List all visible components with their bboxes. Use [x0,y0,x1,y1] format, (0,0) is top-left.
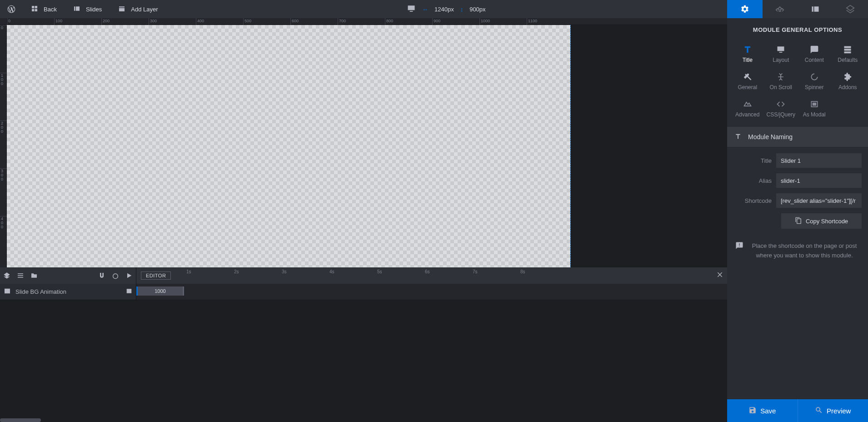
title-input[interactable] [776,153,862,168]
field-title: Title [733,153,862,168]
copy-icon [795,217,802,226]
add-layer-button[interactable]: Add Layer [110,0,166,18]
ruler-v-tick: 400 [1,217,5,229]
option-defaults[interactable]: Defaults [831,41,865,67]
copy-shortcode-button[interactable]: Copy Shortcode [781,213,862,229]
timeline-tick: 6s [425,269,430,274]
alias-label: Alias [733,177,772,184]
title-icon [734,133,742,141]
add-layer-label: Add Layer [131,6,158,13]
ruler-h-tick: 500 [244,19,251,23]
stage[interactable] [7,25,727,267]
option-general[interactable]: General [731,69,764,94]
timeline-row-left[interactable]: Slide BG Animation [0,284,136,300]
slides-button[interactable]: Slides [65,0,110,18]
ruler-h-tick: 0 [8,19,10,23]
ruler-h-tick: 200 [103,19,110,23]
ruler-h-tick: 1100 [528,19,537,23]
panel-title: MODULE GENERAL OPTIONS [727,18,868,41]
hint-text: Place the shortcode on the page or post … [749,241,860,261]
timeline-clip[interactable]: 1000 [136,286,184,296]
timeline-header-right: EDITOR 1s 2s 3s 4s 5s 6s 7s 8s [136,267,727,284]
search-icon [815,406,823,416]
timeline-row-track[interactable]: 1000 [136,284,727,300]
copy-label: Copy Shortcode [806,218,848,225]
canvas-height[interactable]: 900px [469,6,485,13]
add-layer-icon [118,5,125,14]
timeline-header-left [0,267,136,284]
ruler-v-tick: 100 [1,74,5,86]
timeline-row-label: Slide BG Animation [15,288,66,295]
back-button[interactable]: Back [23,0,65,18]
editor-badge[interactable]: EDITOR [141,271,171,280]
ruler-h-tick: 800 [386,19,393,23]
ruler-h-tick: 900 [434,19,440,23]
save-icon [748,406,757,416]
timeline-tick: 2s [234,269,239,274]
image-icon [4,287,11,296]
slides-icon [73,5,80,14]
timeline-header: EDITOR 1s 2s 3s 4s 5s 6s 7s 8s [0,267,727,284]
timeline-ruler: 1s 2s 3s 4s 5s 6s 7s 8s [186,267,713,284]
shortcode-input[interactable] [776,193,862,208]
tab-slide[interactable] [798,0,833,18]
section-module-naming[interactable]: Module Naming [727,127,868,147]
right-panel: MODULE GENERAL OPTIONS Title Layout Cont… [727,0,868,422]
horizontal-scrollbar[interactable] [0,418,41,422]
option-on-scroll[interactable]: On Scroll [764,69,798,94]
options-grid: Title Layout Content Defaults General On… [727,41,868,127]
option-addons[interactable]: Addons [831,69,865,94]
height-icon: ↕ [460,6,464,13]
tab-navigation[interactable] [763,0,798,18]
panel-footer: Save Preview [727,399,868,422]
timeline-tick: 1s [186,269,191,274]
option-advanced[interactable]: Advanced [731,96,764,121]
save-button[interactable]: Save [727,399,798,422]
ruler-h-tick: 300 [150,19,157,23]
option-as-modal[interactable]: As Modal [798,96,831,121]
folder-icon[interactable] [27,267,41,284]
preview-label: Preview [827,407,851,415]
alias-input[interactable] [776,173,862,188]
timeline-tick: 8s [520,269,525,274]
wordpress-icon[interactable] [0,0,23,18]
option-layout[interactable]: Layout [764,41,798,67]
magnet-icon[interactable] [95,267,109,284]
list-icon[interactable] [14,267,27,284]
section-title: Module Naming [748,133,793,141]
right-panel-tabs [727,0,868,18]
toolbar-center: ↔ 1240px ↕ 900px [402,4,490,15]
grid-icon [31,5,38,14]
clip-duration: 1000 [155,288,165,294]
option-spinner[interactable]: Spinner [798,69,831,94]
ruler-h-tick: 600 [292,19,299,23]
shortcode-label: Shortcode [733,197,772,204]
title-label: Title [733,157,772,164]
timeline-tick: 7s [473,269,478,274]
timeline-panel: EDITOR 1s 2s 3s 4s 5s 6s 7s 8s Slide BG … [0,267,727,422]
canvas-area: 0 100 200 300 400 500 600 700 800 900 10… [0,18,727,422]
ruler-h-tick: 1000 [481,19,490,23]
option-content[interactable]: Content [798,41,831,67]
field-shortcode: Shortcode [733,193,862,208]
back-label: Back [44,6,57,13]
image-small-icon[interactable] [126,288,132,296]
play-icon[interactable] [122,267,136,284]
option-title[interactable]: Title [731,41,764,67]
svg-point-1 [113,274,118,279]
svg-rect-3 [813,103,816,106]
hint-box: Place the shortcode on the page or post … [727,235,868,261]
preview-button[interactable]: Preview [798,399,868,422]
layers-icon[interactable] [0,267,14,284]
close-icon[interactable] [716,271,723,280]
slide-canvas[interactable] [7,25,570,267]
desktop-icon[interactable] [407,4,416,15]
stopwatch-icon[interactable] [109,267,122,284]
canvas-width[interactable]: 1240px [434,6,454,13]
option-css-jquery[interactable]: CSS/jQuery [764,96,798,121]
field-alias: Alias [733,173,862,188]
fields-group: Title Alias Shortcode Copy Shortcode [727,147,868,235]
tab-layer[interactable] [833,0,868,18]
tab-settings[interactable] [727,0,763,18]
ruler-h-tick: 700 [339,19,346,23]
